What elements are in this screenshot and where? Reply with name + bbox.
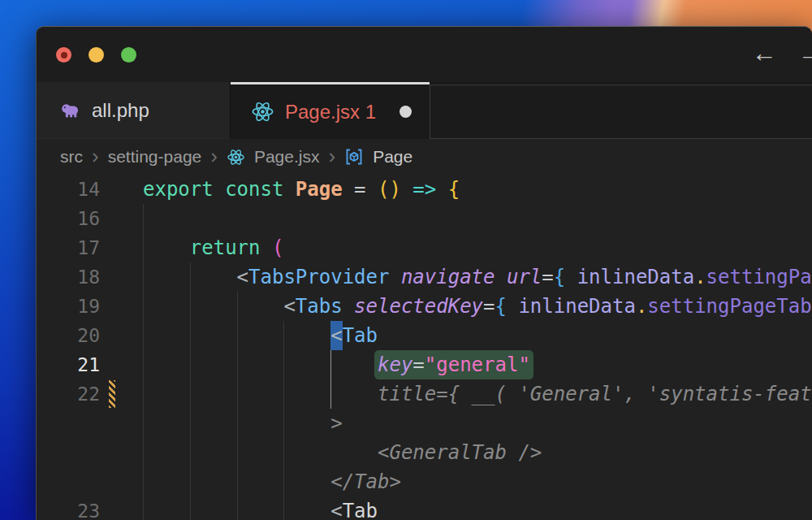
line-number: 22	[37, 379, 108, 409]
line-number	[37, 467, 108, 496]
history-nav: ← →	[752, 38, 812, 68]
chevron-right-icon: ›	[92, 145, 99, 167]
line-number: 19	[37, 292, 108, 321]
react-icon	[227, 148, 245, 167]
line-number: 20	[37, 321, 108, 350]
line-number: 23	[37, 496, 108, 520]
code-text: <Tabs selectedKey={ inlineData.settingPa…	[108, 292, 812, 321]
code-line[interactable]: 21 key="general"	[37, 350, 812, 379]
forward-arrow-icon[interactable]: →	[798, 38, 812, 68]
tab-bar-empty-space	[430, 84, 812, 139]
code-line[interactable]: >	[37, 409, 812, 438]
react-icon	[251, 100, 274, 124]
line-number: 16	[37, 204, 108, 233]
code-line[interactable]: </Tab>	[37, 467, 812, 496]
editor-window: ← → all.php	[36, 26, 812, 520]
breadcrumb-item-src[interactable]: src	[60, 147, 83, 167]
php-elephant-icon	[59, 99, 81, 121]
close-button[interactable]	[56, 47, 71, 63]
line-number	[37, 438, 108, 467]
window-titlebar[interactable]: ← →	[37, 27, 812, 82]
tab-all-php[interactable]: all.php	[37, 82, 231, 139]
code-text: title={ __( 'General', 'syntatis-feat	[108, 379, 812, 409]
code-line[interactable]: 18 <TabsProvider navigate url={ inlineDa…	[37, 262, 812, 292]
tab-page-jsx[interactable]: Page.jsx 1	[231, 82, 430, 139]
code-line[interactable]: 22 title={ __( 'General', 'syntatis-feat	[37, 379, 812, 409]
breadcrumb-item-page[interactable]: Page	[373, 147, 412, 167]
line-number: 18	[37, 262, 108, 292]
line-number	[37, 409, 108, 438]
code-text: return (	[108, 233, 812, 262]
line-number: 14	[37, 175, 108, 204]
code-text: export const Page = () => {	[108, 175, 812, 204]
code-line[interactable]: <GeneralTab />	[37, 438, 812, 467]
modified-dot-icon[interactable]	[400, 106, 412, 118]
window-controls	[56, 47, 136, 63]
code-text: </Tab>	[108, 467, 812, 496]
code-text: <GeneralTab />	[108, 438, 812, 467]
code-line[interactable]: 14export const Page = () => {	[37, 175, 812, 204]
chevron-right-icon: ›	[328, 145, 335, 167]
tab-bar: all.php Page.jsx 1	[37, 82, 812, 139]
code-line[interactable]: 20 <Tab	[37, 321, 812, 350]
symbol-box-icon	[344, 147, 364, 167]
code-text: <Tab	[108, 496, 812, 520]
line-number: 17	[37, 233, 108, 262]
code-text: >	[108, 409, 812, 438]
back-arrow-icon[interactable]: ←	[752, 38, 777, 68]
code-line[interactable]: 16	[37, 204, 812, 233]
line-number: 21	[37, 350, 108, 379]
code-text: <TabsProvider navigate url={ inlineData.…	[108, 262, 812, 292]
indent-guide	[143, 204, 144, 233]
code-line[interactable]: 23 <Tab	[37, 496, 812, 520]
tab-label: all.php	[92, 99, 149, 122]
tab-label: Page.jsx 1	[285, 101, 376, 124]
highlighted-match: key="general"	[378, 353, 530, 376]
code-editor[interactable]: 14export const Page = () => {1617 return…	[37, 175, 812, 520]
code-line[interactable]: 17 return (	[37, 233, 812, 262]
breadcrumb-item-setting-page[interactable]: setting-page	[108, 147, 202, 167]
breadcrumb: src › setting-page › Page.jsx › Page	[37, 139, 812, 175]
code-lines: 14export const Page = () => {1617 return…	[37, 175, 812, 520]
zoom-button[interactable]	[121, 47, 136, 63]
minimize-button[interactable]	[89, 47, 104, 63]
code-text	[108, 204, 812, 233]
code-text: <Tab	[108, 321, 812, 350]
code-line[interactable]: 19 <Tabs selectedKey={ inlineData.settin…	[37, 292, 812, 321]
chevron-right-icon: ›	[210, 145, 218, 167]
breadcrumb-item-page-jsx[interactable]: Page.jsx	[254, 147, 320, 167]
code-text: key="general"	[108, 350, 812, 379]
